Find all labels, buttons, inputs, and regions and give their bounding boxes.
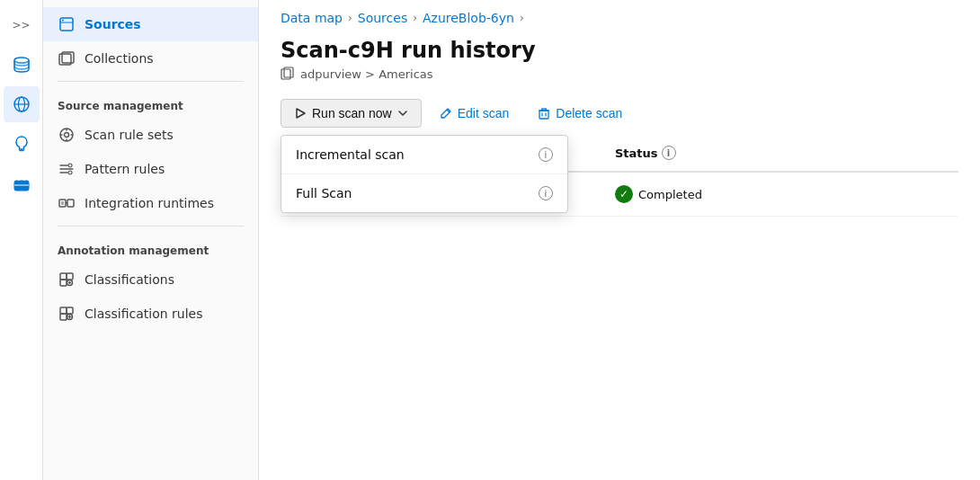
edit-scan-button[interactable]: Edit scan bbox=[429, 100, 521, 127]
expand-icon: >> bbox=[12, 19, 30, 31]
sidebar: Sources Collections Source management Sc… bbox=[43, 0, 259, 480]
map-icon bbox=[12, 94, 31, 114]
source-management-header: Source management bbox=[43, 87, 258, 118]
page-subtitle-text: adpurview > Americas bbox=[300, 67, 433, 81]
breadcrumb-data-map[interactable]: Data map bbox=[281, 11, 343, 25]
sidebar-item-classification-rules[interactable]: Classification rules bbox=[43, 297, 258, 331]
chevron-down-icon bbox=[397, 108, 408, 119]
svg-rect-37 bbox=[60, 314, 67, 320]
status-col-label: Status bbox=[615, 147, 658, 160]
breadcrumb: Data map › Sources › AzureBlob-6yn › bbox=[259, 0, 980, 31]
sidebar-item-integration-runtimes[interactable]: Integration runtimes bbox=[43, 186, 258, 220]
svg-rect-35 bbox=[60, 307, 67, 314]
pattern-rules-label: Pattern rules bbox=[85, 162, 165, 176]
edit-icon bbox=[440, 107, 452, 120]
tools-nav-icon[interactable] bbox=[4, 165, 40, 201]
edit-scan-label: Edit scan bbox=[458, 106, 510, 120]
breadcrumb-sep-3: › bbox=[520, 12, 524, 24]
sidebar-sources-label: Sources bbox=[85, 17, 141, 31]
svg-point-22 bbox=[68, 164, 72, 167]
sidebar-item-classifications[interactable]: Classifications bbox=[43, 262, 258, 297]
data-catalog-nav-icon[interactable] bbox=[4, 47, 40, 83]
sidebar-divider-2 bbox=[58, 226, 244, 227]
delete-scan-label: Delete scan bbox=[556, 106, 622, 120]
integration-runtimes-icon bbox=[58, 194, 76, 212]
play-icon bbox=[294, 107, 307, 120]
svg-marker-43 bbox=[297, 109, 305, 118]
classification-rules-icon bbox=[58, 305, 76, 323]
incremental-scan-label: Incremental scan bbox=[296, 147, 405, 162]
status-info-icon[interactable]: i bbox=[662, 146, 676, 160]
sidebar-collections-label: Collections bbox=[85, 51, 154, 66]
database-icon bbox=[12, 55, 31, 75]
cell-status: ✓ Completed bbox=[604, 182, 784, 207]
breadcrumb-sep-2: › bbox=[413, 12, 417, 24]
status-text: Completed bbox=[638, 188, 702, 201]
sidebar-item-collections[interactable]: Collections bbox=[43, 41, 258, 76]
sources-icon bbox=[58, 15, 76, 33]
sidebar-item-scan-rule-sets[interactable]: Scan rule sets bbox=[43, 118, 258, 152]
classifications-label: Classifications bbox=[85, 272, 174, 287]
delete-scan-button[interactable]: Delete scan bbox=[527, 100, 633, 127]
collection-icon bbox=[281, 67, 295, 81]
svg-rect-31 bbox=[60, 280, 67, 286]
incremental-scan-option[interactable]: Incremental scan i bbox=[281, 136, 567, 173]
svg-rect-30 bbox=[67, 273, 73, 280]
scan-rule-sets-label: Scan rule sets bbox=[85, 128, 174, 142]
page-subtitle: adpurview > Americas bbox=[281, 67, 958, 81]
annotation-management-header: Annotation management bbox=[43, 232, 258, 262]
incremental-scan-info-icon[interactable]: i bbox=[539, 147, 553, 162]
classification-rules-label: Classification rules bbox=[85, 307, 203, 321]
breadcrumb-sources[interactable]: Sources bbox=[358, 11, 407, 25]
pattern-rules-icon bbox=[58, 160, 76, 178]
svg-rect-45 bbox=[539, 111, 548, 119]
run-scan-dropdown: Incremental scan i Full Scan i bbox=[281, 135, 568, 213]
full-scan-label: Full Scan bbox=[296, 186, 352, 200]
status-badge: ✓ Completed bbox=[615, 185, 773, 203]
delete-icon bbox=[538, 107, 550, 120]
classifications-icon bbox=[58, 271, 76, 289]
run-scan-now-button[interactable]: Run scan now bbox=[281, 99, 422, 128]
toolbar: Run scan now Edit scan Delete scan bbox=[259, 92, 980, 135]
data-map-nav-icon[interactable] bbox=[4, 86, 40, 122]
svg-point-10 bbox=[62, 20, 64, 22]
col-header-status: Status i bbox=[604, 142, 784, 164]
sidebar-item-sources[interactable]: Sources bbox=[43, 7, 258, 41]
breadcrumb-sep-1: › bbox=[348, 12, 352, 24]
breadcrumb-azureblob[interactable]: AzureBlob-6yn bbox=[423, 11, 514, 25]
page-header: Scan-c9H run history adpurview > America… bbox=[259, 31, 980, 92]
full-scan-info-icon[interactable]: i bbox=[539, 186, 553, 200]
icon-rail: >> bbox=[0, 0, 43, 480]
expand-collapse-button[interactable]: >> bbox=[4, 7, 40, 43]
svg-rect-24 bbox=[59, 200, 66, 207]
svg-rect-36 bbox=[67, 307, 73, 314]
main-content: Data map › Sources › AzureBlob-6yn › Sca… bbox=[259, 0, 980, 480]
run-scan-label: Run scan now bbox=[312, 106, 392, 120]
completed-check-icon: ✓ bbox=[615, 185, 633, 203]
svg-point-14 bbox=[65, 133, 69, 138]
full-scan-option[interactable]: Full Scan i bbox=[281, 173, 567, 212]
briefcase-icon bbox=[12, 173, 31, 193]
sidebar-divider-1 bbox=[58, 81, 244, 82]
svg-rect-25 bbox=[67, 200, 74, 207]
sidebar-item-pattern-rules[interactable]: Pattern rules bbox=[43, 152, 258, 186]
collections-icon bbox=[58, 49, 76, 67]
scan-rule-sets-icon bbox=[58, 126, 76, 144]
svg-point-23 bbox=[68, 171, 72, 174]
lightbulb-icon bbox=[12, 134, 31, 154]
integration-runtimes-label: Integration runtimes bbox=[85, 196, 214, 210]
page-title: Scan-c9H run history bbox=[281, 38, 958, 63]
svg-rect-29 bbox=[60, 273, 67, 280]
insights-nav-icon[interactable] bbox=[4, 126, 40, 162]
